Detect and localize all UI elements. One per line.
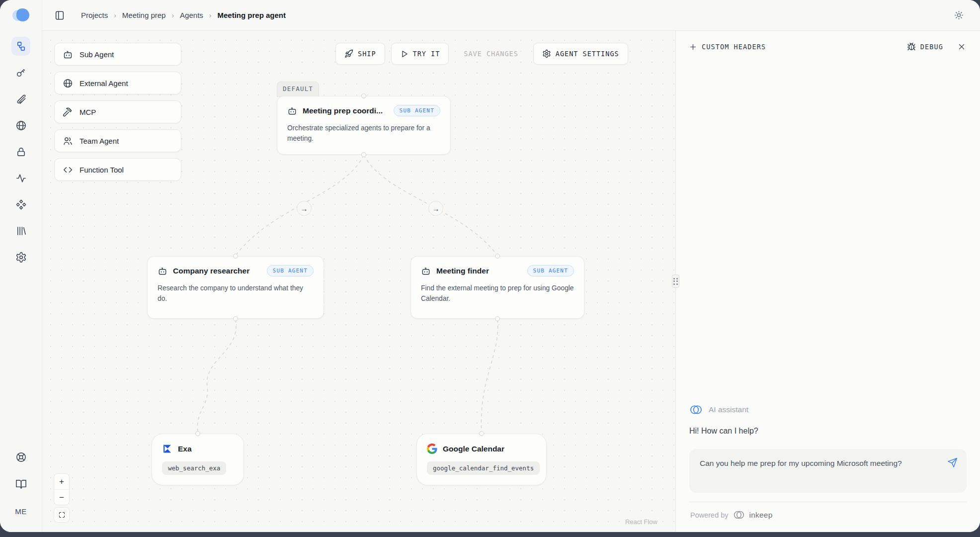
fit-view-button[interactable] [54,507,70,523]
agent-settings-button[interactable]: AGENT SETTINGS [533,43,628,65]
palette-item-label: Sub Agent [80,50,114,59]
breadcrumb-item-agents[interactable]: Agents [180,11,203,19]
theme-toggle-button[interactable] [951,7,967,23]
edge-arrow-left: → [297,201,312,216]
sidebar-item-api-keys[interactable] [11,63,30,82]
docs-button[interactable] [11,474,30,493]
google-logo-icon [427,444,437,454]
breadcrumb-item-meeting-prep[interactable]: Meeting prep [122,11,166,19]
debug-button[interactable]: DEBUG [907,42,943,51]
edge-arrow-icon: → [432,204,440,213]
save-changes-button[interactable]: SAVE CHANGES [455,43,527,65]
node-meeting-prep-coordinator[interactable]: Meeting prep coordi... SUB AGENT Orchest… [277,96,451,155]
panel-header-right: DEBUG [907,41,967,52]
custom-headers-button[interactable]: CUSTOM HEADERS [689,43,766,51]
sidebar-bottom: ME [11,448,31,521]
send-button[interactable] [946,456,959,469]
node-title-row: Exa [162,444,234,454]
close-panel-button[interactable] [956,41,967,52]
fullscreen-icon [58,511,66,519]
help-button[interactable] [11,448,30,466]
handle-exa-top[interactable] [195,431,200,436]
node-google-calendar-tool[interactable]: Google Calendar google_calendar_find_eve… [416,434,547,485]
assistant-greeting: Hi! How can I help? [689,427,967,436]
app-logo[interactable] [12,8,29,23]
palette-item-function-tool[interactable]: Function Tool [54,158,181,181]
sub-agent-badge: SUB AGENT [267,265,314,276]
handle-gcal-top[interactable] [479,431,484,436]
sidebar-item-tags[interactable] [11,90,30,108]
palette-item-label: External Agent [80,79,128,88]
zoom-controls: + − [54,473,70,505]
flow-canvas[interactable]: → → Sub Agent External Agent MCP [42,31,675,532]
sub-agent-badge: SUB AGENT [394,105,440,116]
library-icon [15,225,27,237]
plus-icon [689,43,697,51]
sidebar-item-settings[interactable] [11,248,30,267]
settings-gear-icon [15,252,27,263]
node-title: Meeting finder [436,267,489,275]
palette-item-external-agent[interactable]: External Agent [54,72,181,94]
zoom-in-button[interactable]: + [54,474,69,489]
workflow-icon [15,41,27,52]
edge-researcher-exa [197,320,236,432]
panel-header: CUSTOM HEADERS DEBUG [676,31,980,61]
try-it-button[interactable]: TRY IT [391,43,449,65]
node-title-row: Google Calendar [427,444,536,454]
node-title-row: Company researcher SUB AGENT [158,265,314,276]
breadcrumb: Projects › Meeting prep › Agents › Meeti… [81,11,286,19]
edge-arrow-right: → [428,201,443,216]
sidebar-item-traces[interactable] [11,169,30,187]
custom-headers-label: CUSTOM HEADERS [702,43,766,51]
debug-label: DEBUG [920,43,943,51]
sidebar-toggle-button[interactable] [51,7,68,24]
sidebar-item-credentials[interactable] [11,142,30,161]
key-icon [15,67,27,79]
chat-history-area[interactable] [676,61,980,404]
panel-left-icon [54,10,65,21]
node-meeting-finder[interactable]: Meeting finder SUB AGENT Find the extern… [410,256,584,319]
node-title: Meeting prep coordi... [303,106,383,115]
sidebar-item-graph[interactable] [11,37,30,56]
sidebar-item-components[interactable] [11,195,30,214]
sidebar-item-external[interactable] [11,116,30,135]
handle-coordinator-top[interactable] [361,93,366,98]
node-title-row: Meeting finder SUB AGENT [421,265,574,276]
handle-coordinator-bottom[interactable] [361,152,366,157]
user-avatar[interactable]: ME [11,501,31,521]
zoom-out-button[interactable]: − [54,489,69,505]
node-description: Research the company to understand what … [158,283,314,304]
ship-label: SHIP [358,50,376,58]
handle-finder-bottom[interactable] [495,316,500,321]
grip-dots-icon [673,278,678,285]
try-it-panel: CUSTOM HEADERS DEBUG [675,31,980,532]
breadcrumb-separator: › [114,11,116,19]
life-buoy-icon [15,451,27,463]
palette-item-mcp[interactable]: MCP [54,100,181,123]
try-it-label: TRY IT [413,50,440,58]
handle-finder-top[interactable] [495,254,500,259]
palette-item-team-agent[interactable]: Team Agent [54,129,181,152]
top-bar: Projects › Meeting prep › Agents › Meeti… [42,0,980,31]
chat-input[interactable]: Can you help me prep for my upcoming Mic… [689,449,967,493]
save-changes-label: SAVE CHANGES [464,50,518,58]
handle-researcher-bottom[interactable] [233,316,238,321]
panel-resize-handle[interactable] [672,274,679,288]
users-icon [63,136,73,146]
palette-item-label: Function Tool [80,166,124,174]
inkeep-wordmark[interactable]: inkeep [749,511,773,520]
node-company-researcher[interactable]: Company researcher SUB AGENT Research th… [147,256,324,319]
globe-icon [63,78,73,89]
palette-item-sub-agent[interactable]: Sub Agent [54,43,181,66]
sub-agent-badge: SUB AGENT [527,265,574,276]
breadcrumb-item-projects[interactable]: Projects [81,11,108,19]
agent-settings-label: AGENT SETTINGS [556,50,619,58]
sidebar-item-library[interactable] [11,221,30,240]
node-title-row: Meeting prep coordi... SUB AGENT [287,105,440,116]
node-exa-tool[interactable]: Exa web_search_exa [152,434,244,485]
book-open-icon [15,478,27,490]
bot-icon [287,106,297,116]
handle-researcher-top[interactable] [233,254,238,259]
bug-icon [907,42,916,51]
ship-button[interactable]: SHIP [335,43,385,65]
